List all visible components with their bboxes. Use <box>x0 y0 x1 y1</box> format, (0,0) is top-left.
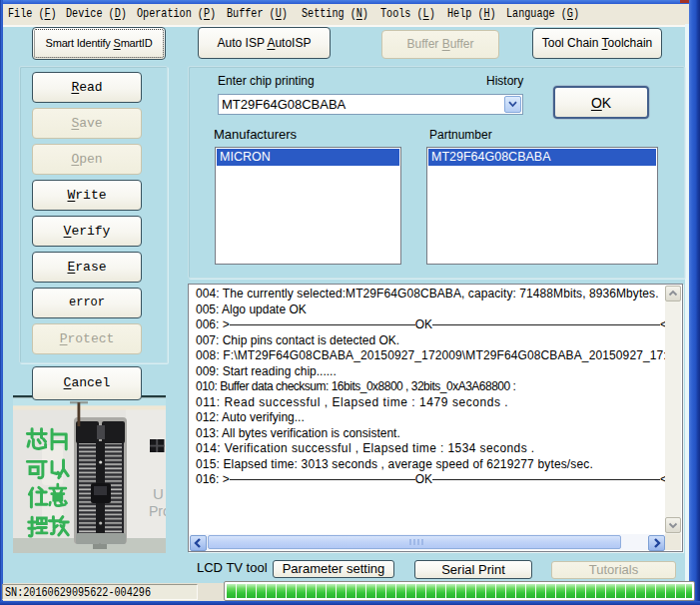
svg-text:Pro: Pro <box>149 503 166 519</box>
svg-text:U: U <box>153 485 164 502</box>
